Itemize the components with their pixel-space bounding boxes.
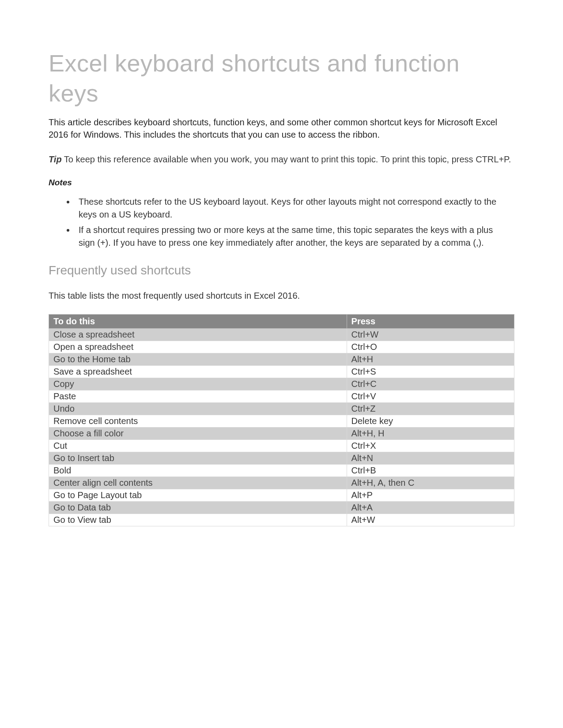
table-row: Go to View tabAlt+W [49, 514, 514, 526]
cell-key: Alt+P [347, 489, 514, 502]
cell-action: Paste [49, 390, 347, 403]
cell-action: Go to Data tab [49, 502, 347, 514]
tip-text: To keep this reference available when yo… [62, 154, 511, 164]
cell-key: Ctrl+O [347, 341, 514, 353]
cell-key: Ctrl+C [347, 378, 514, 390]
table-header-key: Press [347, 315, 514, 329]
notes-item: These shortcuts refer to the US keyboard… [75, 195, 514, 221]
cell-key: Delete key [347, 415, 514, 428]
cell-action: Choose a fill color [49, 428, 347, 440]
cell-key: Ctrl+X [347, 440, 514, 452]
table-row: UndoCtrl+Z [49, 403, 514, 415]
table-row: Remove cell contentsDelete key [49, 415, 514, 428]
cell-key: Alt+N [347, 452, 514, 465]
notes-label: Notes [49, 178, 514, 188]
table-row: Choose a fill colorAlt+H, H [49, 428, 514, 440]
cell-key: Ctrl+V [347, 390, 514, 403]
cell-action: Remove cell contents [49, 415, 347, 428]
table-intro: This table lists the most frequently use… [49, 291, 514, 301]
cell-key: Alt+H, A, then C [347, 477, 514, 489]
table-row: Go to Page Layout tabAlt+P [49, 489, 514, 502]
cell-action: Save a spreadsheet [49, 366, 347, 378]
table-row: PasteCtrl+V [49, 390, 514, 403]
cell-action: Go to Page Layout tab [49, 489, 347, 502]
cell-action: Close a spreadsheet [49, 329, 347, 341]
cell-action: Go to the Home tab [49, 353, 347, 366]
cell-action: Cut [49, 440, 347, 452]
cell-key: Ctrl+B [347, 465, 514, 477]
tip-paragraph: Tip To keep this reference available whe… [49, 153, 514, 165]
section-heading: Frequently used shortcuts [49, 263, 514, 278]
page-title: Excel keyboard shortcuts and function ke… [49, 49, 514, 108]
cell-key: Alt+H, H [347, 428, 514, 440]
shortcuts-table: To do this Press Close a spreadsheetCtrl… [49, 314, 514, 526]
table-header-action: To do this [49, 315, 347, 329]
cell-key: Alt+H [347, 353, 514, 366]
tip-label: Tip [49, 154, 62, 164]
table-row: Close a spreadsheetCtrl+W [49, 329, 514, 341]
table-row: BoldCtrl+B [49, 465, 514, 477]
cell-action: Go to View tab [49, 514, 347, 526]
table-row: Save a spreadsheetCtrl+S [49, 366, 514, 378]
cell-key: Ctrl+Z [347, 403, 514, 415]
cell-action: Bold [49, 465, 347, 477]
table-row: Center align cell contentsAlt+H, A, then… [49, 477, 514, 489]
notes-list: These shortcuts refer to the US keyboard… [75, 195, 514, 249]
cell-action: Undo [49, 403, 347, 415]
cell-key: Ctrl+S [347, 366, 514, 378]
table-row: CutCtrl+X [49, 440, 514, 452]
table-row: Open a spreadsheetCtrl+O [49, 341, 514, 353]
table-row: Go to Data tabAlt+A [49, 502, 514, 514]
table-row: Go to Insert tabAlt+N [49, 452, 514, 465]
table-row: CopyCtrl+C [49, 378, 514, 390]
cell-key: Alt+W [347, 514, 514, 526]
cell-action: Copy [49, 378, 347, 390]
table-row: Go to the Home tabAlt+H [49, 353, 514, 366]
cell-action: Go to Insert tab [49, 452, 347, 465]
cell-action: Center align cell contents [49, 477, 347, 489]
table-header-row: To do this Press [49, 315, 514, 329]
notes-item: If a shortcut requires pressing two or m… [75, 224, 514, 249]
intro-paragraph: This article describes keyboard shortcut… [49, 116, 514, 141]
cell-action: Open a spreadsheet [49, 341, 347, 353]
document-page: Excel keyboard shortcuts and function ke… [0, 0, 563, 526]
cell-key: Alt+A [347, 502, 514, 514]
cell-key: Ctrl+W [347, 329, 514, 341]
